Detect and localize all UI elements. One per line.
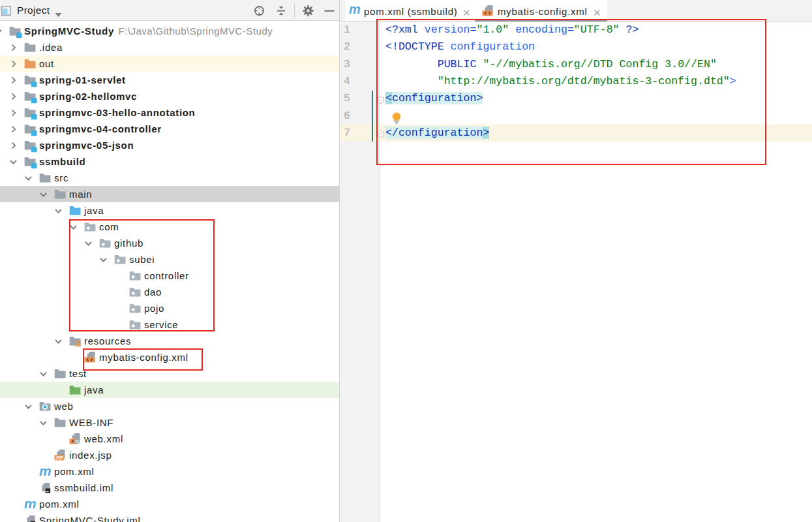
svg-text:JSP: JSP <box>55 455 64 460</box>
